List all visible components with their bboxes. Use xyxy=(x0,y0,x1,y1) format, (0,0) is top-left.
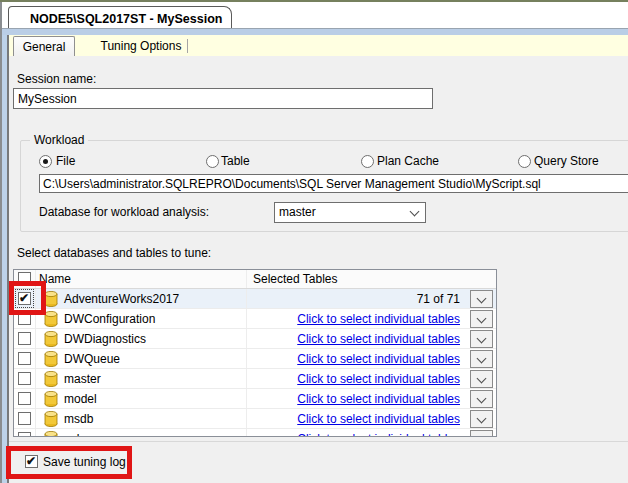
table-row[interactable]: master Click to select individual tables xyxy=(14,369,496,389)
tables-dropdown-button[interactable] xyxy=(470,430,493,437)
database-name: sqlnexus xyxy=(64,432,111,438)
table-header-row: Name Selected Tables xyxy=(14,270,496,289)
selected-tables-count: 71 of 71 xyxy=(417,292,460,306)
document-well-border xyxy=(0,28,628,35)
tables-dropdown-button[interactable] xyxy=(470,410,493,428)
radio-file-label: File xyxy=(56,154,75,168)
select-databases-label: Select databases and tables to tune: xyxy=(17,246,211,260)
database-name: master xyxy=(64,372,101,386)
tab-tuning-options[interactable]: Tuning Options xyxy=(95,36,187,57)
workload-groupbox: Workload File Table Plan Cache Query Sto… xyxy=(20,140,628,232)
table-row[interactable]: AdventureWorks2017 71 of 71 xyxy=(14,289,496,309)
database-name: msdb xyxy=(64,412,93,426)
row-checkbox[interactable] xyxy=(18,412,31,425)
select-individual-tables-link[interactable]: Click to select individual tables xyxy=(297,352,460,366)
tables-dropdown-button[interactable] xyxy=(470,310,493,328)
tables-dropdown-button[interactable] xyxy=(470,350,493,368)
general-tab-page: Session name: Workload File Table Plan C… xyxy=(9,56,628,483)
session-name-input[interactable] xyxy=(13,88,433,109)
panel-divider xyxy=(9,441,628,442)
table-row[interactable]: msdb Click to select individual tables xyxy=(14,409,496,429)
database-name: DWQueue xyxy=(64,352,120,366)
tab-general[interactable]: General xyxy=(13,36,75,57)
column-header-name[interactable]: Name xyxy=(36,270,247,288)
row-checkbox[interactable] xyxy=(18,372,31,385)
chevron-down-icon xyxy=(477,314,487,324)
chevron-down-icon xyxy=(477,414,487,424)
databases-table: Name Selected Tables AdventureWorks2017 … xyxy=(13,269,497,437)
database-icon xyxy=(44,371,58,387)
workload-file-path-input[interactable] xyxy=(39,174,628,193)
chevron-down-icon xyxy=(477,434,487,437)
chevron-down-icon xyxy=(477,354,487,364)
workload-database-value: master xyxy=(279,205,316,219)
radio-query-store-label: Query Store xyxy=(534,154,599,168)
dta-session-window: NODE5\SQL2017ST - MySession General Tuni… xyxy=(0,0,628,483)
tables-dropdown-button[interactable] xyxy=(470,290,493,308)
radio-table[interactable] xyxy=(206,155,219,168)
database-icon xyxy=(44,411,58,427)
database-icon xyxy=(44,291,58,307)
database-icon xyxy=(44,331,58,347)
tab-separator xyxy=(187,39,188,53)
database-icon xyxy=(44,311,58,327)
database-name: DWDiagnostics xyxy=(64,332,146,346)
chevron-down-icon xyxy=(477,374,487,384)
radio-query-store[interactable] xyxy=(518,155,531,168)
select-individual-tables-link[interactable]: Click to select individual tables xyxy=(297,332,460,346)
database-icon xyxy=(44,351,58,367)
tables-dropdown-button[interactable] xyxy=(470,390,493,408)
session-name-label: Session name: xyxy=(17,72,96,86)
chevron-down-icon xyxy=(477,334,487,344)
annotation-highlight-save-tuning-log xyxy=(6,446,132,479)
select-individual-tables-link[interactable]: Click to select individual tables xyxy=(297,312,460,326)
chevron-down-icon xyxy=(477,394,487,404)
database-name: AdventureWorks2017 xyxy=(64,292,179,306)
row-checkbox[interactable] xyxy=(18,332,31,345)
column-header-selected-tables[interactable]: Selected Tables xyxy=(247,270,468,288)
workload-group-label: Workload xyxy=(30,133,88,147)
select-individual-tables-link[interactable]: Click to select individual tables xyxy=(297,392,460,406)
table-row[interactable]: sqlnexus Click to select individual tabl… xyxy=(14,429,496,437)
tables-dropdown-button[interactable] xyxy=(470,370,493,388)
table-row[interactable]: model Click to select individual tables xyxy=(14,389,496,409)
table-row[interactable]: DWConfiguration Click to select individu… xyxy=(14,309,496,329)
annotation-highlight-checkbox xyxy=(9,281,46,315)
radio-plan-cache[interactable] xyxy=(361,155,374,168)
tables-dropdown-button[interactable] xyxy=(470,330,493,348)
radio-table-label: Table xyxy=(221,154,250,168)
table-row[interactable]: DWQueue Click to select individual table… xyxy=(14,349,496,369)
database-icon xyxy=(44,391,58,407)
table-row[interactable]: DWDiagnostics Click to select individual… xyxy=(14,329,496,349)
select-individual-tables-link[interactable]: Click to select individual tables xyxy=(297,432,460,438)
select-individual-tables-link[interactable]: Click to select individual tables xyxy=(297,412,460,426)
database-name: model xyxy=(64,392,97,406)
row-checkbox[interactable] xyxy=(18,432,31,437)
database-name: DWConfiguration xyxy=(64,312,155,326)
chevron-down-icon xyxy=(410,207,420,217)
chevron-down-icon xyxy=(477,294,487,304)
page-tab-strip: General Tuning Options xyxy=(9,35,628,57)
radio-plan-cache-label: Plan Cache xyxy=(377,154,439,168)
workload-database-label: Database for workload analysis: xyxy=(39,205,209,219)
radio-file[interactable] xyxy=(39,155,52,168)
row-checkbox[interactable] xyxy=(18,392,31,405)
database-icon xyxy=(44,431,58,438)
row-checkbox[interactable] xyxy=(18,352,31,365)
workload-database-combobox[interactable]: master xyxy=(274,202,426,223)
select-individual-tables-link[interactable]: Click to select individual tables xyxy=(297,372,460,386)
document-tab-strip: NODE5\SQL2017ST - MySession xyxy=(0,2,628,28)
